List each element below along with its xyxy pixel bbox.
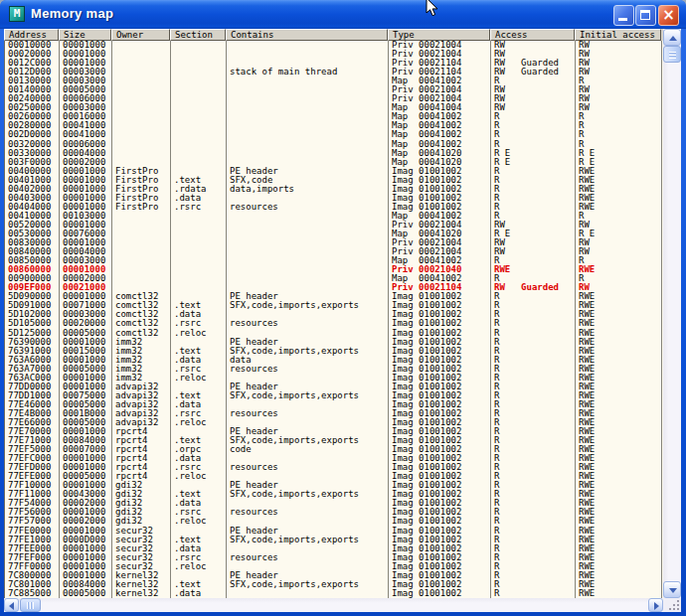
scroll-left-button[interactable] xyxy=(4,598,19,612)
table-row[interactable]: 7C80100000084000kernel32.textSFX,code,im… xyxy=(5,580,663,589)
table-row[interactable]: 77FE10000000D000secur32.textSFX,code,imp… xyxy=(5,536,663,544)
cell-contains xyxy=(227,517,389,526)
table-row[interactable]: 0090000000002000Map 00041002RR xyxy=(5,274,663,283)
column-header-size[interactable]: Size xyxy=(59,29,111,41)
column-header-section[interactable]: Section xyxy=(170,29,226,41)
table-row[interactable]: 0026000000016000Map 00041002RR xyxy=(5,112,663,121)
horizontal-scrollbar[interactable] xyxy=(4,598,663,612)
scroll-down-button[interactable] xyxy=(663,581,681,598)
table-row[interactable]: 0085000000003000Map 00041002RR xyxy=(5,256,663,265)
table-row[interactable]: 7639000000001000imm32PE headerImag 01001… xyxy=(5,338,663,347)
table-row[interactable]: 009EF00000021000Priv 00021104RW GuardedR… xyxy=(5,283,663,292)
table-row[interactable]: 77E7100000084000rpcrt4.textSFX,code,impo… xyxy=(5,436,663,445)
cell-contains: PE header xyxy=(227,167,389,176)
table-row[interactable]: 7C80000000001000kernel32PE headerImag 01… xyxy=(5,571,663,580)
cell-owner: rpcrt4 xyxy=(112,427,171,436)
maximize-button[interactable] xyxy=(635,5,656,26)
table-row[interactable]: 7639100000015000imm32.textSFX,code,impor… xyxy=(5,347,663,356)
column-header-initial-access[interactable]: Initial access xyxy=(575,29,661,41)
table-row[interactable]: 0025000000003000Map 00041004RWRW xyxy=(5,103,663,112)
table-row[interactable]: 77FE000000001000secur32PE headerImag 010… xyxy=(5,527,663,536)
table-row[interactable]: 0040400000001000FirstPro.rsrcresourcesIm… xyxy=(5,203,663,212)
table-row[interactable]: 77FEE00000001000secur32.dataImag 0100100… xyxy=(5,544,663,553)
vertical-scrollbar[interactable] xyxy=(663,29,681,598)
table-row[interactable]: 7C88500000005000kernel32.dataImag 010010… xyxy=(5,589,663,598)
table-row[interactable]: 77FEF00000001000secur32.rsrcresourcesIma… xyxy=(5,553,663,562)
table-row[interactable]: 77F5600000001000gdi32.rsrcresourcesImag … xyxy=(5,508,663,517)
table-row[interactable]: 0024000000006000Priv 00021004RWRW xyxy=(5,94,663,103)
cell-access: R xyxy=(491,310,576,319)
table-row[interactable]: 77F5400000002000gdi32.dataImag 01001002R… xyxy=(5,499,663,508)
table-row[interactable]: 77DD100000075000advapi32.textSFX,code,im… xyxy=(5,391,663,400)
column-header-type[interactable]: Type xyxy=(388,29,490,41)
table-row[interactable]: 0014000000005000Priv 00021004RWRW xyxy=(5,85,663,94)
table-row[interactable]: 77DD000000001000advapi32PE headerImag 01… xyxy=(5,383,663,391)
cell-owner xyxy=(112,265,171,274)
table-row[interactable]: 5D09000000001000comctl32PE headerImag 01… xyxy=(5,292,663,301)
memory-map-window: M Memory map × AddressSizeOwnerSectionCo… xyxy=(0,0,686,616)
column-header-contains[interactable]: Contains xyxy=(226,29,388,41)
minimize-button[interactable] xyxy=(613,5,634,26)
cell-section xyxy=(171,238,227,247)
cell-size: 00005000 xyxy=(60,365,112,374)
table-row[interactable]: 77E4600000005000advapi32.dataImag 010010… xyxy=(5,400,663,409)
cell-section: .rdata xyxy=(171,185,227,194)
cell-owner xyxy=(112,256,171,265)
cell-section: .data xyxy=(171,400,227,409)
table-row[interactable]: 0012D00000003000stack of main threadPriv… xyxy=(5,68,663,77)
column-header-access[interactable]: Access xyxy=(490,29,575,41)
table-row[interactable]: 0033000000004000Map 00041020R ER E xyxy=(5,149,663,158)
table-row[interactable]: 77EFC00000001000rpcrt4.dataImag 01001002… xyxy=(5,454,663,463)
cell-contains xyxy=(227,94,389,103)
resize-grip[interactable] xyxy=(663,598,681,612)
table-row[interactable]: 0086000000001000Priv 00021040RWERWE xyxy=(5,265,663,274)
table-row[interactable]: 0084000000004000Priv 00021004RWRW xyxy=(5,247,663,256)
table-row[interactable]: 77E4B0000001B000advapi32.rsrcresourcesIm… xyxy=(5,409,663,418)
table-row[interactable]: 0032000000006000Map 00041002RR xyxy=(5,140,663,149)
table-row[interactable]: 5D10500000020000comctl32.rsrcresourcesIm… xyxy=(5,319,663,328)
table-row[interactable]: 0083000000001000Priv 00021004RWRW xyxy=(5,238,663,247)
table-row[interactable]: 5D12500000005000comctl32.relocImag 01001… xyxy=(5,329,663,338)
table-row[interactable]: 0002000000001000Priv 00021004RWRW xyxy=(5,50,663,59)
table-row[interactable]: 0041000000103000Map 00041002RR xyxy=(5,212,663,221)
table-row[interactable]: 0040300000001000FirstPro.dataImag 010010… xyxy=(5,194,663,203)
table-row[interactable]: 77EFE00000005000rpcrt4.relocImag 0100100… xyxy=(5,472,663,481)
table-row[interactable]: 0040200000001000FirstPro.rdatadata,impor… xyxy=(5,185,663,194)
table-row[interactable]: 0040000000001000FirstProPE headerImag 01… xyxy=(5,167,663,176)
close-button[interactable]: × xyxy=(658,5,679,26)
column-header-address[interactable]: Address xyxy=(4,29,59,41)
cell-initial-access: RWE xyxy=(576,589,662,598)
table-row[interactable]: 002D000000041000Map 00041002RR xyxy=(5,130,663,139)
table-row[interactable]: 77FF000000001000secur32.relocImag 010010… xyxy=(5,562,663,571)
table-row[interactable]: 0012C00000001000Priv 00021104RW GuardedR… xyxy=(5,59,663,68)
cell-access: RWE xyxy=(491,265,576,274)
titlebar[interactable]: M Memory map × xyxy=(0,0,686,29)
table-row[interactable]: 0001000000001000Priv 00021004RWRW xyxy=(5,41,663,50)
scroll-up-button[interactable] xyxy=(663,29,681,46)
table-row[interactable]: 77F5700000002000gdi32.relocImag 01001002… xyxy=(5,517,663,526)
table-row[interactable]: 0028000000041000Map 00041002RR xyxy=(5,121,663,130)
table-row[interactable]: 763AC00000001000imm32.relocImag 01001002… xyxy=(5,374,663,383)
cell-address: 00850000 xyxy=(5,256,60,265)
column-header-owner[interactable]: Owner xyxy=(111,29,170,41)
table-row[interactable]: 763A700000005000imm32.rsrcresourcesImag … xyxy=(5,365,663,374)
horizontal-scrollbar-thumb[interactable] xyxy=(20,598,41,612)
table-row[interactable]: 0040100000001000FirstPro.textSFX,codeIma… xyxy=(5,176,663,185)
scroll-right-button[interactable] xyxy=(648,598,663,612)
cell-type: Map 00041002 xyxy=(389,212,491,221)
table-row[interactable]: 77E7000000001000rpcrt4PE headerImag 0100… xyxy=(5,427,663,436)
table-row[interactable]: 5D09100000071000comctl32.textSFX,code,im… xyxy=(5,301,663,310)
table-row[interactable]: 763A600000001000imm32.datadataImag 01001… xyxy=(5,356,663,365)
vertical-scrollbar-thumb[interactable] xyxy=(663,46,681,63)
table-row[interactable]: 77F1000000001000gdi32PE headerImag 01001… xyxy=(5,481,663,490)
table-row[interactable]: 77EFD00000001000rpcrt4.rsrcresourcesImag… xyxy=(5,463,663,472)
table-row[interactable]: 77EF500000007000rpcrt4.orpccodeImag 0100… xyxy=(5,445,663,454)
table-row[interactable]: 003F000000002000Map 00041020R ER E xyxy=(5,158,663,167)
table-row[interactable]: 0013000000003000Map 00041002RR xyxy=(5,77,663,85)
table-row[interactable]: 77E6600000005000advapi32.relocImag 01001… xyxy=(5,418,663,427)
table-row[interactable]: 5D10200000003000comctl32.dataImag 010010… xyxy=(5,310,663,319)
table-row[interactable]: 0053000000076000Map 00041020R ER E xyxy=(5,230,663,238)
table-row[interactable]: 0052000000001000Priv 00021004RWRW xyxy=(5,221,663,230)
cell-access: R xyxy=(491,472,576,481)
table-row[interactable]: 77F1100000043000gdi32.textSFX,code,impor… xyxy=(5,490,663,499)
